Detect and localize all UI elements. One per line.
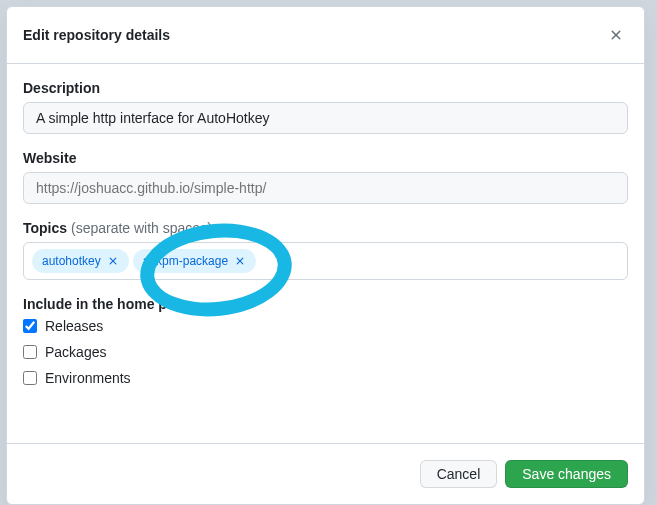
topics-label-text: Topics	[23, 220, 67, 236]
topic-remove-ahkpm-package[interactable]	[234, 255, 246, 267]
checkbox-packages[interactable]	[23, 345, 37, 359]
x-icon	[234, 255, 246, 267]
website-label: Website	[23, 150, 628, 166]
topics-input[interactable]: autohotkey ahkpm-package	[23, 242, 628, 280]
website-group: Website	[23, 150, 628, 204]
modal-title: Edit repository details	[23, 27, 170, 43]
description-input[interactable]	[23, 102, 628, 134]
topics-group: Topics (separate with spaces) autohotkey…	[23, 220, 628, 280]
checkbox-environments[interactable]	[23, 371, 37, 385]
topic-tag-autohotkey: autohotkey	[32, 249, 129, 273]
include-label: Include in the home page	[23, 296, 628, 312]
save-button[interactable]: Save changes	[505, 460, 628, 488]
edit-repo-modal: Edit repository details Description Webs…	[6, 6, 645, 505]
description-group: Description	[23, 80, 628, 134]
cancel-button[interactable]: Cancel	[420, 460, 498, 488]
checkbox-row-packages: Packages	[23, 344, 628, 360]
x-icon	[107, 255, 119, 267]
checkbox-label-releases[interactable]: Releases	[45, 318, 103, 334]
topics-label: Topics (separate with spaces)	[23, 220, 628, 236]
checkbox-releases[interactable]	[23, 319, 37, 333]
checkbox-row-environments: Environments	[23, 370, 628, 386]
checkbox-label-packages[interactable]: Packages	[45, 344, 106, 360]
close-button[interactable]	[604, 23, 628, 47]
modal-body: Description Website Topics (separate wit…	[7, 64, 644, 443]
close-icon	[608, 27, 624, 43]
checkbox-row-releases: Releases	[23, 318, 628, 334]
website-input[interactable]	[23, 172, 628, 204]
topic-tag-label: autohotkey	[42, 254, 101, 268]
modal-footer: Cancel Save changes	[7, 443, 644, 504]
description-label: Description	[23, 80, 628, 96]
modal-header: Edit repository details	[7, 7, 644, 64]
topic-tag-label: ahkpm-package	[143, 254, 228, 268]
checkbox-label-environments[interactable]: Environments	[45, 370, 131, 386]
topic-remove-autohotkey[interactable]	[107, 255, 119, 267]
include-group: Include in the home page Releases Packag…	[23, 296, 628, 386]
topics-hint: (separate with spaces)	[71, 220, 212, 236]
topic-tag-ahkpm-package: ahkpm-package	[133, 249, 256, 273]
